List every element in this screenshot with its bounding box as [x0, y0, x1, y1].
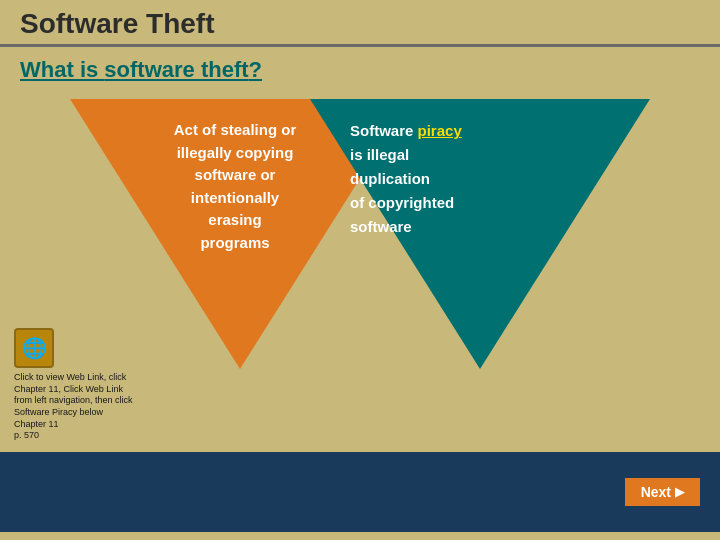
right-word1: Software — [350, 122, 413, 139]
left-line3: software or — [195, 166, 276, 183]
main-content: What is software theft? Act of stealing … — [0, 47, 720, 532]
subtitle: What is software theft? — [20, 57, 700, 83]
web-link-icon: 🌐 — [14, 328, 54, 368]
right-triangle-text: Software piracy is illegal duplication o… — [350, 119, 620, 239]
left-triangle-text: Act of stealing or illegally copying sof… — [100, 119, 370, 254]
right-line5: software — [350, 218, 412, 235]
subtitle-highlight: software theft — [104, 57, 248, 82]
left-line2: illegally copying — [177, 144, 294, 161]
left-line4: intentionally — [191, 189, 279, 206]
web-link-area[interactable]: 🌐 Click to view Web Link, click Chapter … — [14, 328, 134, 442]
web-link-description: Click to view Web Link, click Chapter 11… — [14, 372, 134, 442]
web-link-icon-symbol: 🌐 — [22, 336, 47, 360]
left-line1: Act of stealing or — [174, 121, 297, 138]
right-line3: duplication — [350, 170, 430, 187]
page-header: Software Theft — [0, 0, 720, 47]
subtitle-end: ? — [249, 57, 262, 82]
subtitle-plain: What is — [20, 57, 104, 82]
right-word2: piracy — [418, 122, 462, 139]
bottom-navigation-bar: Next — [0, 452, 720, 532]
right-line2: is illegal — [350, 146, 409, 163]
left-line5: erasing — [208, 211, 261, 228]
next-button[interactable]: Next — [625, 478, 700, 506]
page-title: Software Theft — [20, 8, 700, 40]
right-line4: of copyrighted — [350, 194, 454, 211]
left-line6: programs — [200, 234, 269, 251]
